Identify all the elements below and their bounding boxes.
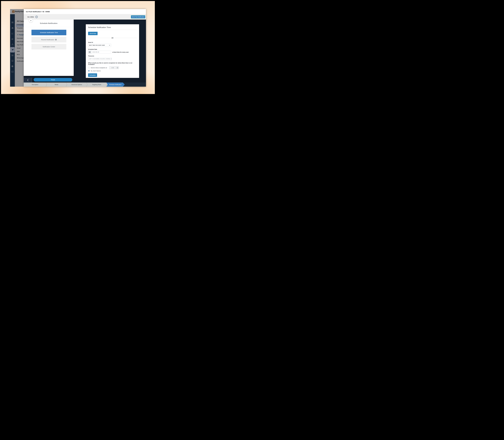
finish-button[interactable]: Finish — [34, 78, 72, 82]
modal-body: Schedule Notification Schedule Notificat… — [24, 20, 146, 82]
or-divider: OR — [88, 37, 137, 39]
dont-send-radio-label[interactable]: No, Don't Send it. — [91, 70, 101, 72]
chevron-down-icon — [109, 45, 110, 46]
back-button[interactable] — [24, 78, 32, 82]
schedule-modal: Ios Push Notification > ID - 84466 ios v… — [24, 9, 146, 87]
send-at-time-radio[interactable] — [88, 67, 90, 69]
step-schedule-notification[interactable]: Schedule Notification — [106, 82, 125, 87]
edit-campaign-name-button[interactable] — [35, 16, 38, 18]
calendar-icon[interactable] — [88, 51, 91, 53]
send-now-button[interactable]: Send Now — [88, 32, 98, 35]
card-title: Schedule Notification Time — [86, 24, 139, 28]
clock-icon[interactable] — [116, 66, 119, 69]
help-icon[interactable]: ? — [55, 39, 57, 41]
send-test-notification-button[interactable]: Send Test Notification — [131, 15, 145, 18]
modal-header: Ios Push Notification > ID - 84466 — [24, 9, 146, 14]
send-at-label: Send At — [88, 41, 137, 43]
best-time-question: When would you like to send to recipient… — [88, 62, 137, 65]
step-description[interactable]: Description — [24, 82, 46, 87]
step-targeting-rules[interactable]: Targeting Rules — [87, 82, 106, 87]
step-media[interactable]: Media — [46, 82, 67, 87]
panel-title: Schedule Notification — [24, 22, 74, 24]
wizard-steps: Description Media Advanced Options Targe… — [24, 82, 146, 87]
wizard-footer: Finish — [24, 76, 74, 82]
screenshot-frame: NotifyVisitors — [0, 0, 156, 95]
chevron-left-icon — [27, 79, 28, 81]
pencil-icon — [36, 16, 37, 17]
modal-backdrop: Schedule Notification Time Send Now OR S… — [74, 20, 146, 82]
divider — [88, 30, 137, 30]
notification-center-button[interactable]: Notification Center — [31, 44, 66, 49]
schedule-time-card: Schedule Notification Time Send Now OR S… — [86, 24, 139, 78]
send-at-select[interactable]: BEST TIME FOR EVERY USER — [88, 44, 111, 47]
schedule-options-panel: Schedule Notification Schedule Notificat… — [24, 20, 74, 76]
send-at-value: BEST TIME FOR EVERY USER — [88, 45, 105, 46]
step-advanced-options[interactable]: Advanced Options — [67, 82, 87, 87]
dont-send-radio[interactable] — [88, 70, 90, 72]
best-time-note: at best time for every user — [112, 51, 129, 53]
schedule-date-label: Schedule Date — [88, 49, 137, 50]
modal-dim-overlay — [10, 9, 24, 87]
timezone-label: Timezone — [88, 55, 137, 57]
send-at-time-radio-label[interactable]: Send to these receipients at — [91, 67, 107, 69]
schedule-date-input[interactable]: 2024-06-28 — [88, 51, 111, 54]
close-icon[interactable]: × — [29, 19, 33, 23]
schedule-notification-time-button[interactable]: Schedule Notification Time — [31, 30, 66, 35]
resend-notification-button[interactable]: Resend Notification ? — [31, 37, 66, 42]
or-label: OR — [112, 37, 113, 39]
underlying-page: NotifyVisitors — [10, 9, 24, 87]
schedule-button[interactable]: Schedule — [88, 73, 97, 77]
modal-subheader: ios video Send Test Notification — [24, 14, 146, 20]
page-title: Ios Push Notification > ID - 84466 — [26, 9, 50, 14]
timezone-input[interactable]: (GMT +5:30) MUMBAI, KOLKATA, CHENNAI, NE… — [88, 57, 112, 60]
fallback-time-value[interactable]: 3:06 — [109, 66, 116, 69]
app-window: NotifyVisitors — [10, 9, 146, 87]
fallback-time-input[interactable]: 3:06 — [109, 66, 119, 69]
schedule-date-value[interactable]: 2024-06-28 — [91, 51, 111, 53]
